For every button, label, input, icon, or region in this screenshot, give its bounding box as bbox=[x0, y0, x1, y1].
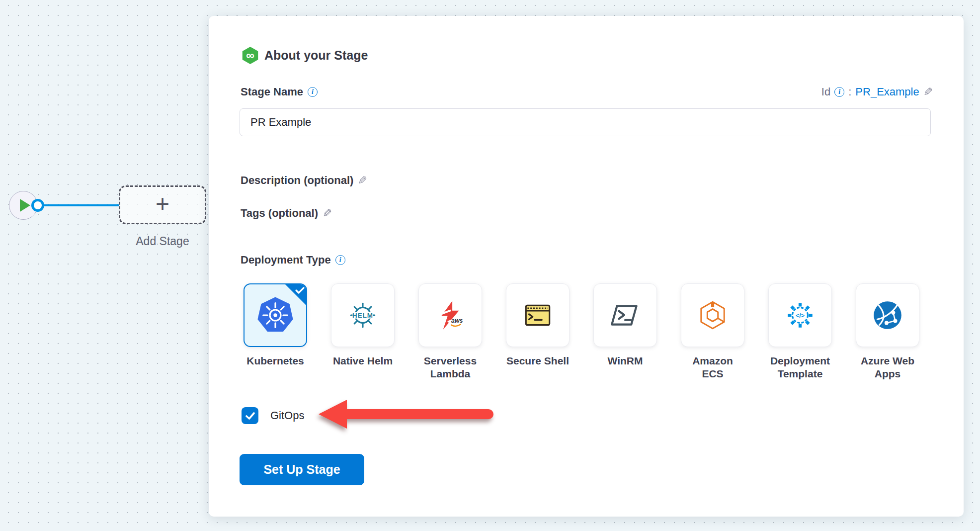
edit-tags-icon[interactable]: ✎ bbox=[323, 208, 332, 219]
ecs-hexagon-icon bbox=[696, 299, 729, 332]
add-stage-button[interactable]: + bbox=[119, 185, 206, 224]
serverless-lambda-tile[interactable]: aws bbox=[418, 283, 482, 347]
edit-id-icon[interactable]: ✎ bbox=[923, 87, 933, 98]
description-row: Description (optional) ✎ bbox=[241, 174, 368, 187]
option-azure-web-apps: Azure Web Apps bbox=[856, 283, 919, 381]
cd-stage-icon: ∞ bbox=[242, 47, 259, 64]
deployment-type-row: Deployment Type i bbox=[241, 254, 345, 266]
node-link-point bbox=[31, 199, 44, 212]
tile-label: Azure Web Apps bbox=[844, 354, 931, 381]
stage-name-info-icon[interactable]: i bbox=[308, 87, 318, 97]
powershell-icon bbox=[609, 299, 642, 332]
arrow-body bbox=[346, 409, 493, 419]
annotation-arrow bbox=[319, 400, 493, 429]
tile-label: Deployment Template bbox=[756, 354, 844, 381]
id-value: PR_Example bbox=[855, 86, 919, 98]
tile-label: Kubernetes bbox=[232, 354, 319, 367]
option-secure-shell: Secure Shell bbox=[506, 283, 570, 381]
tile-label: Serverless Lambda bbox=[407, 354, 494, 381]
deployment-type-label: Deployment Type bbox=[241, 254, 331, 266]
gear-code-icon: </> bbox=[784, 299, 817, 332]
tile-label: WinRM bbox=[581, 354, 669, 367]
option-winrm: WinRM bbox=[593, 283, 657, 381]
set-up-stage-button[interactable]: Set Up Stage bbox=[240, 454, 364, 485]
native-helm-tile[interactable]: HELM bbox=[331, 283, 395, 347]
plus-icon: + bbox=[156, 192, 169, 216]
amazon-ecs-tile[interactable] bbox=[681, 283, 744, 347]
checkmark-icon bbox=[245, 411, 256, 421]
svg-text:HELM: HELM bbox=[352, 312, 373, 319]
stage-name-label: Stage Name bbox=[241, 86, 303, 98]
secure-shell-tile[interactable] bbox=[506, 283, 570, 347]
gitops-checkbox[interactable] bbox=[242, 407, 258, 424]
panel-header: ∞ About your Stage bbox=[242, 47, 368, 64]
option-native-helm: HELM Native Helm bbox=[331, 283, 395, 381]
tags-label: Tags (optional) bbox=[241, 207, 318, 220]
helm-icon: HELM bbox=[346, 299, 379, 332]
kubernetes-tile[interactable] bbox=[244, 283, 307, 347]
tags-row: Tags (optional) ✎ bbox=[241, 207, 332, 220]
tile-label: Native Helm bbox=[319, 354, 407, 367]
winrm-tile[interactable] bbox=[593, 283, 657, 347]
tile-label: Amazon ECS bbox=[669, 354, 756, 381]
option-amazon-ecs: Amazon ECS bbox=[681, 283, 744, 381]
svg-text:aws: aws bbox=[451, 317, 463, 324]
play-icon bbox=[20, 199, 30, 212]
gitops-label[interactable]: GitOps bbox=[270, 409, 304, 422]
tile-label: Secure Shell bbox=[494, 354, 581, 367]
option-kubernetes: Kubernetes bbox=[244, 283, 307, 381]
page-title: About your Stage bbox=[264, 48, 368, 63]
stage-id-row: Id i : PR_Example ✎ bbox=[821, 86, 933, 98]
deployment-type-info-icon[interactable]: i bbox=[335, 255, 345, 265]
stage-name-input[interactable] bbox=[240, 108, 931, 136]
id-label: Id bbox=[821, 86, 830, 98]
azure-globe-icon bbox=[871, 299, 904, 332]
arrow-head bbox=[319, 400, 347, 429]
terminal-icon bbox=[521, 299, 554, 332]
azure-web-apps-tile[interactable] bbox=[856, 283, 919, 347]
option-deployment-template: </> Deployment Template bbox=[768, 283, 832, 381]
stage-name-label-row: Stage Name i bbox=[241, 86, 318, 98]
id-separator: : bbox=[848, 86, 851, 98]
kubernetes-icon bbox=[256, 296, 295, 335]
edit-description-icon[interactable]: ✎ bbox=[358, 175, 367, 186]
description-label: Description (optional) bbox=[241, 174, 353, 187]
stage-config-panel: ∞ About your Stage Stage Name i Id i : P… bbox=[209, 16, 964, 517]
deployment-template-tile[interactable]: </> bbox=[768, 283, 832, 347]
pipeline-connector-line bbox=[38, 204, 119, 206]
add-stage-label: Add Stage bbox=[114, 235, 211, 248]
option-serverless-lambda: aws Serverless Lambda bbox=[418, 283, 482, 381]
id-info-icon[interactable]: i bbox=[834, 87, 844, 97]
gitops-row: GitOps bbox=[242, 407, 304, 424]
deployment-type-options: Kubernetes HELM Native Helm bbox=[244, 283, 919, 381]
serverless-aws-icon: aws bbox=[434, 299, 467, 332]
svg-text:</>: </> bbox=[796, 312, 805, 319]
